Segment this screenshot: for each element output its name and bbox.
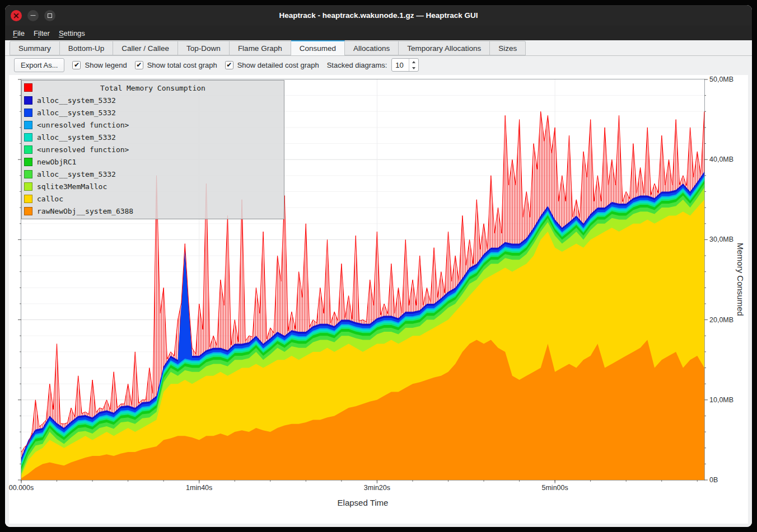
- legend-label: <unresolved function>: [37, 145, 129, 154]
- tab-bottom-up[interactable]: Bottom-Up: [60, 41, 114, 55]
- checkbox-label: Show legend: [85, 61, 127, 69]
- legend-label: alloc__system_5332: [37, 96, 116, 105]
- checkbox-box: ✔: [72, 61, 81, 69]
- arrow-up-icon: [412, 61, 415, 63]
- legend-entry: <unresolved function>: [22, 119, 284, 131]
- stacked-diagrams-group: Stacked diagrams: 10: [327, 58, 419, 72]
- spinner-arrows: [409, 59, 418, 71]
- legend-entry: alloc__system_5332: [22, 106, 284, 119]
- legend-label: alloc__system_5332: [37, 133, 116, 142]
- legend-label: alloc__system_5332: [37, 109, 116, 117]
- x-icon: [11, 10, 22, 21]
- legend-entry: <unresolved function>: [22, 143, 284, 156]
- content-area: SummaryBottom-UpCaller / CalleeTop-DownF…: [5, 40, 752, 527]
- menubar: FileFilterSettings: [5, 26, 752, 40]
- legend-swatch: [24, 133, 32, 142]
- close-button[interactable]: [11, 10, 22, 21]
- tab-temporary-allocations[interactable]: Temporary Allocations: [399, 41, 490, 55]
- y-tick-label: 10,0MB: [709, 396, 733, 404]
- window-title: Heaptrack - heaptrack.wakunode.1.gz — He…: [72, 11, 685, 20]
- legend-label: <unresolved function>: [37, 121, 129, 129]
- tab-caller-callee[interactable]: Caller / Callee: [113, 41, 178, 55]
- app-window: Heaptrack - heaptrack.wakunode.1.gz — He…: [5, 5, 752, 527]
- checkbox-show-total-cost-graph[interactable]: ✔Show total cost graph: [135, 61, 217, 69]
- export-as-button[interactable]: Export As...: [14, 58, 64, 72]
- y-tick-label: 0B: [709, 476, 718, 484]
- menu-filter[interactable]: Filter: [29, 27, 54, 39]
- tab-summary[interactable]: Summary: [10, 41, 60, 55]
- legend-title: Total Memory Consumption: [100, 84, 205, 92]
- legend-swatch: [24, 170, 32, 178]
- chart-widget: Total Memory Consumption alloc__system_5…: [9, 75, 748, 524]
- spinner-down-button[interactable]: [409, 65, 418, 71]
- legend-swatch: [24, 207, 32, 215]
- x-tick-label: 1min40s: [186, 484, 212, 492]
- y-tick-label: 30,0MB: [709, 236, 733, 243]
- tab-bar: SummaryBottom-UpCaller / CalleeTop-DownF…: [5, 40, 752, 56]
- legend-label: alloc__system_5332: [37, 170, 116, 178]
- spinner-value[interactable]: 10: [392, 59, 409, 71]
- legend-swatch: [24, 109, 32, 117]
- titlebar-buttons: [5, 10, 55, 21]
- maximize-icon: [44, 10, 55, 21]
- tab-allocations[interactable]: Allocations: [345, 41, 399, 55]
- tab-top-down[interactable]: Top-Down: [178, 41, 230, 55]
- legend-entry: newObjRC1: [22, 156, 284, 168]
- tab-consumed[interactable]: Consumed: [291, 40, 345, 56]
- y-tick-label: 40,0MB: [709, 156, 733, 163]
- minimize-button[interactable]: [27, 10, 39, 21]
- y-axis-title: Memory Consumed: [736, 243, 745, 316]
- checkbox-show-detailed-cost-graph[interactable]: ✔Show detailed cost graph: [225, 61, 319, 69]
- y-tick-label: 50,0MB: [709, 76, 733, 83]
- arrow-down-icon: [412, 67, 415, 69]
- legend-swatch: [24, 145, 32, 154]
- x-tick-label: 00.000s: [9, 484, 34, 492]
- legend-entry: alloc__system_5332: [22, 94, 284, 106]
- legend-label: newObjRC1: [37, 158, 76, 166]
- legend-swatch: [24, 121, 32, 129]
- desktop: { "window": {"title": "Heaptrack - heapt…: [0, 0, 757, 532]
- y-tick-label: 20,0MB: [709, 316, 733, 324]
- tab-flame-graph[interactable]: Flame Graph: [230, 41, 291, 55]
- menu-settings[interactable]: Settings: [54, 27, 90, 39]
- menu-file[interactable]: File: [8, 27, 29, 39]
- legend-swatch: [24, 158, 32, 166]
- legend-entry: sqlite3MemMalloc: [22, 180, 284, 192]
- legend-label: rawNewObj__system_6388: [37, 207, 133, 215]
- minimize-icon: [27, 10, 39, 21]
- legend-title-swatch: [24, 83, 32, 92]
- legend-entry: alloc__system_5332: [22, 131, 284, 143]
- legend-title-row: Total Memory Consumption: [22, 82, 284, 94]
- titlebar[interactable]: Heaptrack - heaptrack.wakunode.1.gz — He…: [5, 5, 752, 26]
- legend-swatch: [24, 182, 32, 191]
- checkbox-box: ✔: [225, 61, 233, 69]
- legend-label: sqlite3MemMalloc: [37, 182, 107, 191]
- legend-entry: calloc: [22, 192, 284, 205]
- legend-swatch: [24, 195, 32, 203]
- x-tick-label: 5min00s: [542, 484, 568, 492]
- maximize-button[interactable]: [44, 10, 55, 21]
- tab-sizes[interactable]: Sizes: [490, 41, 526, 55]
- checkbox-label: Show total cost graph: [147, 61, 217, 69]
- checkbox-box: ✔: [135, 61, 143, 69]
- checkbox-group: ✔Show legend✔Show total cost graph✔Show …: [72, 61, 319, 69]
- chart-legend: Total Memory Consumption alloc__system_5…: [21, 80, 284, 219]
- spinner-up-button[interactable]: [409, 59, 418, 65]
- legend-swatch: [24, 96, 32, 105]
- legend-entry: rawNewObj__system_6388: [22, 205, 284, 217]
- x-tick-label: 3min20s: [364, 484, 390, 492]
- legend-entry: alloc__system_5332: [22, 168, 284, 180]
- legend-label: calloc: [37, 195, 63, 203]
- stacked-diagrams-label: Stacked diagrams:: [327, 61, 387, 69]
- toolbar: Export As... ✔Show legend✔Show total cos…: [5, 56, 752, 74]
- x-axis-title: Elapsed Time: [338, 498, 389, 507]
- stacked-diagrams-spinner[interactable]: 10: [391, 58, 419, 72]
- checkbox-label: Show detailed cost graph: [237, 61, 319, 69]
- checkbox-show-legend[interactable]: ✔Show legend: [72, 61, 127, 69]
